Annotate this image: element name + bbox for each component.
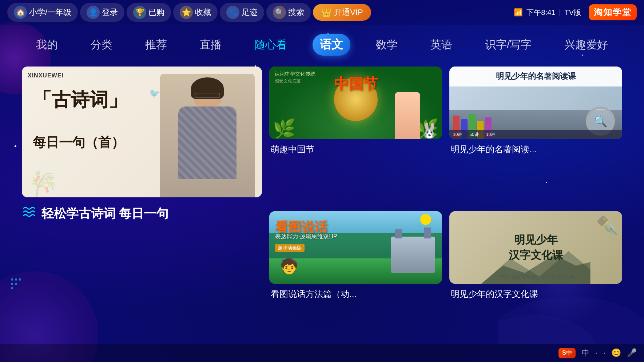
- featured-bg: 🎋 🐦 🐦 XINXUEWEI 「古诗词」 每日一句（首） 花一程: [22, 67, 262, 197]
- favorites-icon: ⭐: [180, 6, 193, 19]
- main-content: 🎋 🐦 🐦 XINXUEWEI 「古诗词」 每日一句（首） 花一程: [0, 63, 644, 356]
- card-hanzi-thumb: ✒️ 明见少年汉字文化课 一笔一画皆是学问 一字一音记忆十年: [449, 211, 622, 284]
- nav-login-btn[interactable]: 👤 登录: [80, 3, 124, 22]
- character-deco: 🧒: [280, 258, 298, 275]
- sun-deco: [420, 214, 431, 225]
- tab-math[interactable]: 数学: [369, 35, 405, 55]
- tab-literacy[interactable]: 识字/写字: [478, 35, 539, 55]
- card-mingzhu[interactable]: 明见少年的名著阅读课 🔍: [449, 67, 622, 204]
- featured-label: XINXUEWEI: [28, 72, 64, 79]
- status-bar: S中 中 · · 😊 🎤: [0, 344, 644, 362]
- stats-bar: 10讲 50讲 10讲: [449, 130, 622, 139]
- status-icon-zhong: 中: [581, 347, 589, 358]
- featured-card[interactable]: 🎋 🐦 🐦 XINXUEWEI 「古诗词」 每日一句（首） 花一程: [22, 67, 262, 349]
- nav-history-btn[interactable]: 🐾 足迹: [220, 3, 264, 22]
- nav-grade-btn[interactable]: 🏠 小学/一年级: [7, 3, 78, 22]
- castle-deco: [391, 237, 435, 273]
- logo-text: 淘知学堂: [594, 7, 632, 17]
- stat2: 50讲: [469, 132, 478, 138]
- tab-suixinkan[interactable]: 随心看: [247, 35, 294, 55]
- card-kantushuo-thumb: 🧒 看图说话 表达能力·逻辑思维双UP 趣味动画版: [269, 211, 442, 284]
- teacher-figure: [160, 74, 255, 197]
- stat1: 10讲: [453, 132, 462, 138]
- app-logo: 淘知学堂: [589, 4, 637, 20]
- featured-desc-text: 轻松学古诗词 每日一句: [41, 205, 168, 222]
- nav-favorites-btn[interactable]: ⭐ 收藏: [173, 3, 218, 22]
- desc-icon: [22, 205, 36, 222]
- history-icon: 🐾: [226, 6, 239, 19]
- tab-types[interactable]: 分类: [83, 35, 120, 55]
- kantushuo-tag: 趣味动画版: [275, 244, 305, 252]
- hanzi-subtitle: 一笔一画皆是学问 一字一音记忆十年: [449, 274, 622, 280]
- top-nav: 🏠 小学/一年级 👤 登录 🏆 已购 ⭐ 收藏 🐾 足迹 🔍 搜索 👑 开通VI…: [0, 0, 644, 25]
- tab-hobby[interactable]: 兴趣爱好: [557, 35, 615, 55]
- nav-time-area: 📶 下午8:41 | TV版: [514, 8, 581, 17]
- castle-tower-1: [395, 229, 402, 238]
- card-zhongguojie-bg: 🌿 🌿 🐰 中国节 认识中华文化传统 感受文化底蕴: [269, 67, 442, 139]
- purchased-icon: 🏆: [133, 6, 146, 19]
- nav-purchased-label: 已购: [148, 7, 164, 18]
- hanzi-title: 明见少年汉字文化课: [509, 232, 563, 263]
- character-figure: [395, 92, 420, 139]
- zhongguojie-subtext: 认识中华文化传统 感受文化底蕴: [275, 70, 315, 84]
- clothes-pattern: [178, 106, 236, 179]
- tab-mine[interactable]: 我的: [29, 35, 65, 55]
- login-icon: 👤: [87, 6, 100, 19]
- card-mingzhu-title-text: 明见少年的名著阅读...: [449, 144, 622, 155]
- card-kantushuo[interactable]: 🧒 看图说话 表达能力·逻辑思维双UP 趣味动画版 看图说话方法篇（动...: [269, 211, 442, 349]
- nav-favorites-label: 收藏: [195, 7, 211, 18]
- status-badge-s: S中: [558, 348, 576, 358]
- tab-recommend[interactable]: 推荐: [138, 35, 174, 55]
- wifi-icon: 📶: [514, 8, 523, 17]
- card-hanzi[interactable]: ✒️ 明见少年汉字文化课 一笔一画皆是学问 一字一音记忆十年 明见少年的汉字文化…: [449, 211, 622, 349]
- nav-grade-label: 小学/一年级: [29, 7, 71, 18]
- vip-icon: 👑: [321, 7, 332, 17]
- teacher-clothes: [178, 106, 236, 179]
- status-icon-dot1: ·: [595, 348, 597, 358]
- featured-desc: 轻松学古诗词 每日一句: [22, 205, 262, 222]
- card-zhongguojie-title-text: 萌趣中国节: [269, 144, 442, 155]
- kantushuo-title: 看图说话: [275, 218, 327, 236]
- nav-search-btn[interactable]: 🔍 搜索: [266, 3, 311, 22]
- teacher-body: [160, 74, 255, 197]
- card-mingzhu-bg-container: 明见少年的名著阅读课 🔍: [449, 67, 622, 139]
- category-tabs: 我的 分类 推荐 直播 随心看 语文 数学 英语 识字/写字 兴趣爱好: [0, 27, 644, 63]
- card-zhongguojie-thumb: 🌿 🌿 🐰 中国节 认识中华文化传统 感受文化底蕴: [269, 67, 442, 139]
- nav-vip-label: 开通VIP: [334, 7, 363, 18]
- brush-deco: ✒️: [596, 215, 619, 236]
- card-zhongguojie[interactable]: 🌿 🌿 🐰 中国节 认识中华文化传统 感受文化底蕴 萌趣中国节: [269, 67, 442, 204]
- nav-login-label: 登录: [102, 7, 118, 18]
- nav-history-label: 足迹: [242, 7, 258, 18]
- status-icon-emoji: 😊: [611, 348, 621, 358]
- teacher-glasses: [195, 93, 220, 98]
- rabbit-deco: 🐰: [420, 122, 438, 139]
- status-icon-mic: 🎤: [627, 348, 637, 358]
- card-hanzi-title-text: 明见少年的汉字文化课: [449, 288, 622, 300]
- nav-vip-btn[interactable]: 👑 开通VIP: [313, 4, 371, 21]
- stat3: 10讲: [486, 132, 495, 138]
- grade-icon: 🏠: [14, 6, 27, 19]
- nav-tv-label: TV版: [564, 8, 581, 17]
- castle-tower-2: [424, 228, 431, 238]
- tab-chinese[interactable]: 语文: [313, 34, 350, 56]
- nav-purchased-btn[interactable]: 🏆 已购: [127, 3, 171, 22]
- featured-thumbnail: 🎋 🐦 🐦 XINXUEWEI 「古诗词」 每日一句（首） 花一程: [22, 67, 262, 197]
- card-kantushuo-title-text: 看图说话方法篇（动...: [269, 288, 442, 300]
- mingzhu-banner: 明见少年的名著阅读课: [449, 67, 622, 87]
- content-cards-grid: 🌿 🌿 🐰 中国节 认识中华文化传统 感受文化底蕴 萌趣中国节: [269, 67, 622, 349]
- card-hanzi-bg-container: ✒️ 明见少年汉字文化课 一笔一画皆是学问 一字一音记忆十年: [449, 211, 622, 284]
- bamboo-deco: 🎋: [27, 172, 59, 197]
- featured-subtitle: 每日一句（首）: [33, 134, 124, 152]
- nav-search-label: 搜索: [288, 7, 304, 18]
- tab-english[interactable]: 英语: [423, 35, 460, 55]
- card-zhongguojie-title: 中国节: [334, 74, 378, 94]
- card-kantushuo-bg-container: 🧒 看图说话 表达能力·逻辑思维双UP 趣味动画版: [269, 211, 442, 284]
- nav-time: 下午8:41: [526, 8, 555, 17]
- bird-deco-1: 🐦: [149, 88, 160, 98]
- status-icon-dot2: ·: [603, 348, 605, 358]
- tree-deco: 🌿: [273, 118, 295, 139]
- featured-title: 「古诗词」: [33, 88, 127, 111]
- tab-live[interactable]: 直播: [192, 35, 229, 55]
- status-badge-text: S中: [562, 350, 572, 356]
- search-icon: 🔍: [273, 6, 286, 19]
